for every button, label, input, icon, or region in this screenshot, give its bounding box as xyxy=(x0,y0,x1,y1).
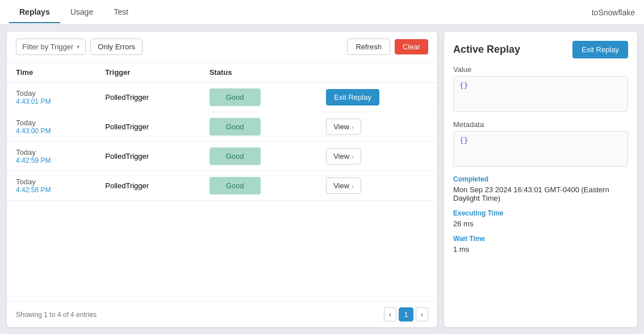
status-badge: Good xyxy=(210,177,261,195)
filter-trigger-dropdown[interactable]: Filter by Trigger ▾ xyxy=(16,39,86,55)
prev-page-button[interactable]: ‹ xyxy=(384,307,396,322)
executing-time-value: 26 ms xyxy=(453,219,628,228)
exit-replay-side-button[interactable]: Exit Replay xyxy=(572,41,628,58)
nav-tab-replays[interactable]: Replays xyxy=(9,2,60,23)
value-field: Value xyxy=(453,65,628,113)
row-date: Today xyxy=(16,177,87,186)
pagination-bar: Showing 1 to 4 of 4 entries ‹ 1 › xyxy=(7,301,437,327)
nav-tabs: Replays Usage Test xyxy=(9,2,139,23)
row-time: 4:43:00 PM xyxy=(16,127,87,135)
toolbar: Filter by Trigger ▾ Only Errors Refresh … xyxy=(7,32,437,62)
brand-label: toSnowflake xyxy=(592,8,635,17)
cell-trigger: PolledTrigger xyxy=(96,112,200,142)
top-nav: Replays Usage Test toSnowflake xyxy=(0,0,644,25)
cell-action: Exit Replay xyxy=(317,83,437,112)
wait-time-label: Wait Time xyxy=(453,235,628,243)
col-time: Time xyxy=(7,62,96,83)
view-label: View xyxy=(333,181,349,190)
row-date: Today xyxy=(16,89,87,98)
completed-label: Completed xyxy=(453,175,628,183)
view-label: View xyxy=(333,122,349,131)
table-area: Time Trigger Status Today4:43:01 PMPolle… xyxy=(7,62,437,301)
table-row: Today4:42:59 PMPolledTriggerGoodView› xyxy=(7,142,437,171)
chevron-right-icon: › xyxy=(352,183,354,189)
pagination-summary: Showing 1 to 4 of 4 entries xyxy=(16,311,97,319)
col-status: Status xyxy=(200,62,317,83)
status-badge: Good xyxy=(210,88,261,106)
completed-value: Mon Sep 23 2024 16:43:01 GMT-0400 (Easte… xyxy=(453,185,628,202)
metadata-field: Metadata xyxy=(453,120,628,168)
chevron-right-icon: › xyxy=(352,124,354,130)
filter-trigger-label: Filter by Trigger xyxy=(22,43,73,51)
nav-tab-test[interactable]: Test xyxy=(103,2,139,23)
wait-time-section: Wait Time 1 ms xyxy=(453,235,628,253)
status-badge: Good xyxy=(210,147,261,165)
cell-time: Today4:43:01 PM xyxy=(7,83,96,112)
cell-action: View› xyxy=(317,171,437,201)
table-row: Today4:43:00 PMPolledTriggerGoodView› xyxy=(7,112,437,142)
row-time: 4:42:59 PM xyxy=(16,157,87,164)
side-panel-title: Active Replay xyxy=(453,44,520,56)
view-button[interactable]: View› xyxy=(326,177,361,194)
pagination-controls: ‹ 1 › xyxy=(384,307,428,322)
cell-trigger: PolledTrigger xyxy=(96,142,200,171)
cell-time: Today4:43:00 PM xyxy=(7,112,96,142)
metadata-textarea[interactable] xyxy=(453,131,628,167)
page-1-button[interactable]: 1 xyxy=(399,307,413,322)
cell-action: View› xyxy=(317,142,437,171)
exit-replay-row-button[interactable]: Exit Replay xyxy=(326,89,379,105)
executing-time-section: Executing Time 26 ms xyxy=(453,209,628,228)
chevron-right-icon: › xyxy=(352,153,354,160)
row-time: 4:43:01 PM xyxy=(16,98,87,105)
row-time: 4:42:58 PM xyxy=(16,186,87,194)
cell-status: Good xyxy=(200,171,317,201)
cell-action: View› xyxy=(317,112,437,142)
nav-tab-usage[interactable]: Usage xyxy=(60,2,103,23)
view-button[interactable]: View› xyxy=(326,148,361,164)
refresh-button[interactable]: Refresh xyxy=(347,39,390,55)
replays-table: Time Trigger Status Today4:43:01 PMPolle… xyxy=(7,62,437,201)
executing-time-label: Executing Time xyxy=(453,209,628,217)
col-trigger: Trigger xyxy=(96,62,200,83)
completed-section: Completed Mon Sep 23 2024 16:43:01 GMT-0… xyxy=(453,175,628,202)
cell-status: Good xyxy=(200,83,317,112)
only-errors-button[interactable]: Only Errors xyxy=(90,39,143,55)
cell-time: Today4:42:59 PM xyxy=(7,142,96,171)
next-page-button[interactable]: › xyxy=(416,307,428,322)
cell-trigger: PolledTrigger xyxy=(96,83,200,112)
view-button[interactable]: View› xyxy=(326,119,361,135)
value-label: Value xyxy=(453,65,628,74)
col-action xyxy=(317,62,437,83)
cell-status: Good xyxy=(200,142,317,171)
value-textarea[interactable] xyxy=(453,76,628,112)
view-label: View xyxy=(333,152,349,160)
metadata-label: Metadata xyxy=(453,120,628,129)
cell-trigger: PolledTrigger xyxy=(96,171,200,201)
table-row: Today4:43:01 PMPolledTriggerGoodExit Rep… xyxy=(7,83,437,112)
cell-status: Good xyxy=(200,112,317,142)
row-date: Today xyxy=(16,148,87,157)
wait-time-value: 1 ms xyxy=(453,245,628,253)
table-row: Today4:42:58 PMPolledTriggerGoodView› xyxy=(7,171,437,201)
side-panel-header: Active Replay Exit Replay xyxy=(453,41,628,58)
cell-time: Today4:42:58 PM xyxy=(7,171,96,201)
status-badge: Good xyxy=(210,118,261,136)
page-wrapper: Filter by Trigger ▾ Only Errors Refresh … xyxy=(0,25,644,334)
main-panel: Filter by Trigger ▾ Only Errors Refresh … xyxy=(7,32,437,327)
chevron-down-icon: ▾ xyxy=(77,44,80,50)
side-panel: Active Replay Exit Replay Value Metadata… xyxy=(444,32,637,327)
row-date: Today xyxy=(16,119,87,127)
clear-button[interactable]: Clear xyxy=(395,39,428,54)
